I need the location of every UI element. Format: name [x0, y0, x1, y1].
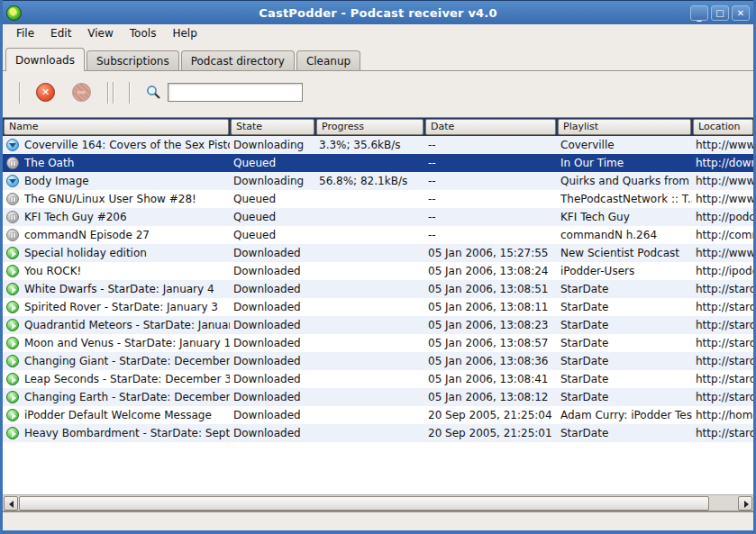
cell-date: --	[424, 136, 557, 154]
table-row[interactable]: Special holiday editionDownloaded05 Jan …	[3, 244, 753, 262]
table-row[interactable]: Quadrantid Meteors - StarDate: Januar...…	[3, 316, 753, 334]
minimize-button[interactable]: _	[690, 5, 708, 21]
search-input[interactable]	[168, 83, 303, 102]
cell-playlist: Quirks and Quarks from ...	[557, 172, 692, 190]
scroll-left-arrow[interactable]	[4, 496, 18, 511]
cell-location: http://stard	[692, 424, 753, 442]
cell-location: http://podc	[692, 208, 753, 226]
cell-state: Queued	[230, 208, 315, 226]
tab-subscriptions[interactable]: Subscriptions	[87, 50, 179, 71]
cell-name: Special holiday edition	[3, 244, 230, 262]
downloaded-icon	[6, 283, 19, 295]
queued-icon	[6, 211, 19, 223]
table-row[interactable]: You ROCK!Downloaded05 Jan 2006, 13:08:24…	[3, 262, 753, 280]
cell-progress	[315, 262, 424, 280]
table-row[interactable]: White Dwarfs - StarDate: January 4Downlo…	[3, 280, 753, 298]
table-row[interactable]: commandN Episode 27Queued--commandN h.26…	[3, 226, 753, 244]
cell-state: Downloaded	[230, 316, 315, 334]
episode-name: iPodder Default Welcome Message	[24, 406, 212, 424]
close-button[interactable]: ✕	[732, 5, 750, 21]
cell-progress	[315, 298, 424, 316]
tab-podcast-directory[interactable]: Podcast directory	[181, 50, 295, 71]
cell-state: Downloaded	[230, 352, 315, 370]
cell-location: http://www.	[692, 136, 753, 154]
column-header-playlist[interactable]: Playlist	[558, 119, 691, 135]
episode-name: The Oath	[24, 154, 74, 172]
cancel-download-button[interactable]	[36, 83, 55, 102]
cell-progress	[315, 154, 424, 172]
menu-help[interactable]: Help	[164, 25, 205, 41]
menu-edit[interactable]: Edit	[42, 25, 79, 41]
cell-location: http://stard	[692, 388, 753, 406]
table-row[interactable]: KFI Tech Guy #206Queued--KFI Tech Guyhtt…	[3, 208, 753, 226]
menu-view[interactable]: View	[79, 25, 121, 41]
column-header-location[interactable]: Location	[693, 119, 753, 135]
table-row[interactable]: The OathQueued--In Our Timehttp://down	[3, 154, 753, 172]
cell-state: Downloaded	[230, 388, 315, 406]
downloaded-icon	[6, 355, 19, 367]
column-header-progress[interactable]: Progress	[316, 119, 424, 135]
table-row[interactable]: Spirited Rover - StarDate: January 3Down…	[3, 298, 753, 316]
downloads-table: NameStateProgressDatePlaylistLocation Co…	[3, 117, 753, 511]
episode-name: KFI Tech Guy #206	[24, 208, 127, 226]
remove-download-button-disabled[interactable]	[72, 83, 91, 102]
table-row[interactable]: Heavy Bombardment - StarDate: Sept...Dow…	[3, 424, 753, 442]
cell-date: --	[424, 154, 557, 172]
cell-date: --	[424, 190, 557, 208]
table-row[interactable]: The GNU/Linux User Show #28!Queued--TheP…	[3, 190, 753, 208]
title-bar[interactable]: CastPodder - Podcast receiver v4.0 _ □ ✕	[3, 0, 753, 24]
cell-state: Queued	[230, 190, 315, 208]
table-row[interactable]: Changing Earth - StarDate: December ...D…	[3, 388, 753, 406]
cell-playlist: Coverville	[557, 136, 692, 154]
cell-progress	[315, 190, 424, 208]
window-title: CastPodder - Podcast receiver v4.0	[3, 6, 753, 20]
episode-name: You ROCK!	[24, 262, 81, 280]
maximize-button[interactable]: □	[711, 5, 729, 21]
cell-progress	[315, 406, 424, 424]
status-bar: Live downloads: 2 Upload speed: 0.0kB/s …	[3, 511, 753, 530]
cell-location: http://ipodd	[692, 262, 753, 280]
table-row[interactable]: iPodder Default Welcome MessageDownloade…	[3, 406, 753, 424]
table-row[interactable]: Coverville 164: Covers of the Sex Pistol…	[3, 136, 753, 154]
cell-date: 05 Jan 2006, 13:08:57	[424, 334, 557, 352]
column-header-date[interactable]: Date	[425, 119, 556, 135]
queued-icon	[6, 157, 19, 169]
episode-name: Changing Earth - StarDate: December ...	[24, 388, 230, 406]
cell-location: http://www.	[692, 244, 753, 262]
cell-progress: 56.8%; 82.1kB/s	[315, 172, 424, 190]
cell-name: Spirited Rover - StarDate: January 3	[3, 298, 230, 316]
scrollbar-thumb[interactable]	[19, 496, 709, 511]
cell-location: http://stard	[692, 298, 753, 316]
toolbar	[3, 71, 753, 113]
horizontal-scrollbar[interactable]	[3, 494, 753, 511]
episode-name: Heavy Bombardment - StarDate: Sept...	[24, 424, 230, 442]
cell-location: http://www.	[692, 190, 753, 208]
episode-name: Body Image	[24, 172, 89, 190]
tab-cleanup[interactable]: Cleanup	[296, 50, 360, 71]
column-header-state[interactable]: State	[231, 119, 314, 135]
column-header-name[interactable]: Name	[4, 119, 229, 135]
menu-bar: FileEditViewToolsHelp	[3, 24, 753, 43]
cell-state: Queued	[230, 226, 315, 244]
table-row[interactable]: Moon and Venus - StarDate: January 1Down…	[3, 334, 753, 352]
cell-state: Downloaded	[230, 424, 315, 442]
episode-name: Quadrantid Meteors - StarDate: Januar...	[24, 316, 230, 334]
cell-state: Downloaded	[230, 280, 315, 298]
close-icon: ✕	[733, 7, 749, 20]
cell-date: --	[424, 208, 557, 226]
cell-playlist: StarDate	[557, 334, 692, 352]
tab-downloads[interactable]: Downloads	[5, 48, 85, 71]
table-row[interactable]: Changing Giant - StarDate: December ...D…	[3, 352, 753, 370]
cell-location: http://stard	[692, 334, 753, 352]
table-row[interactable]: Body ImageDownloading56.8%; 82.1kB/s--Qu…	[3, 172, 753, 190]
table-row[interactable]: Leap Seconds - StarDate: December 30Down…	[3, 370, 753, 388]
cell-progress	[315, 352, 424, 370]
cell-name: The GNU/Linux User Show #28!	[3, 190, 230, 208]
menu-tools[interactable]: Tools	[122, 25, 165, 41]
cell-playlist: New Scientist Podcast	[557, 244, 692, 262]
table-header: NameStateProgressDatePlaylistLocation	[3, 118, 753, 136]
menu-file[interactable]: File	[8, 25, 42, 41]
scroll-right-arrow[interactable]	[738, 496, 752, 511]
cell-date: 05 Jan 2006, 13:08:23	[424, 316, 557, 334]
cell-progress	[315, 280, 424, 298]
